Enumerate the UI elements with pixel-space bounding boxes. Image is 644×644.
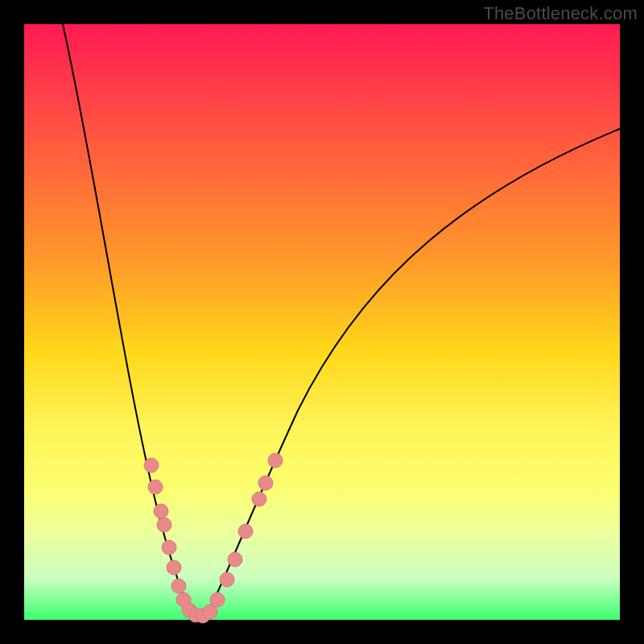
svg-point-5 [167,560,181,575]
svg-point-1 [148,480,163,494]
svg-point-0 [144,458,159,473]
curve-right [206,129,620,617]
watermark: TheBottleneck.com [483,3,638,24]
curve-left [63,24,193,617]
svg-point-3 [157,518,171,532]
svg-point-12 [210,592,225,607]
svg-point-2 [154,504,168,518]
svg-point-17 [258,476,273,490]
svg-point-14 [228,552,242,567]
chart-frame: TheBottleneck.com [0,0,644,644]
svg-point-6 [171,579,186,593]
svg-point-13 [220,572,234,587]
chart-svg [24,24,620,620]
svg-point-18 [268,453,283,468]
svg-point-4 [162,540,176,555]
svg-point-15 [238,524,253,539]
svg-point-16 [252,492,266,506]
